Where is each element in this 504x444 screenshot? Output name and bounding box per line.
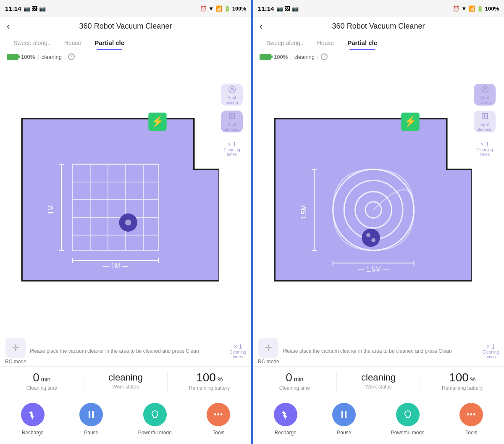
right-screen: ‹ 360 Robot Vacuum Cleaner Sweep along..…	[253, 17, 504, 444]
left-side-controls: ◎ Spotsweep ⊞ Spotcleaning × 1 Cleaningt…	[219, 67, 244, 333]
right-time-value: 0	[286, 371, 292, 384]
right-tab-partial[interactable]: Partial cle	[341, 36, 384, 50]
svg-point-29	[362, 229, 380, 247]
right-recharge-icon	[274, 403, 297, 426]
left-header: ‹ 360 Robot Vacuum Cleaner	[0, 17, 251, 36]
left-spot-cleaning-btn[interactable]: ⊞ Spotcleaning	[221, 111, 243, 132]
left-pause-icon	[79, 403, 103, 426]
svg-point-31	[371, 238, 375, 243]
right-stat-status: cleaning Work status	[337, 372, 421, 391]
right-rc-button[interactable]: ✛	[258, 338, 278, 358]
svg-rect-22	[92, 411, 94, 418]
left-cleaning-times-wrap: × 1 Cleaningtimes	[230, 343, 246, 359]
left-count-area: × 1 Cleaningtimes	[223, 141, 240, 157]
left-spot-cleaning-label: Spotcleaning	[224, 122, 239, 132]
left-stats: 0 min Cleaning time cleaning Work status…	[0, 366, 251, 396]
right-tabs: Sweep along.. House Partial cle	[253, 36, 504, 50]
right-powerful-label: Powerful mode	[391, 430, 425, 436]
right-battery-icon	[260, 54, 271, 60]
left-battery-status: 100% | cleaning |	[0, 50, 251, 63]
left-time-value: 0	[33, 371, 39, 384]
svg-text:1M: 1M	[47, 205, 55, 214]
right-cleaning-status: cleaning	[294, 54, 315, 60]
svg-text:— 1M —: — 1M —	[102, 262, 129, 270]
left-title: 360 Robot Vacuum Cleaner	[79, 22, 172, 31]
left-times-count: × 1	[234, 343, 242, 350]
left-battery-value: 100	[196, 371, 216, 384]
left-recharge-btn[interactable]: Recharge	[21, 403, 45, 436]
right-powerful-icon	[396, 403, 420, 426]
left-tools-icon: •••	[207, 403, 230, 426]
right-back-button[interactable]: ‹	[260, 21, 262, 32]
left-spiral-icon: ◎	[228, 84, 236, 95]
left-spot-sweep-btn[interactable]: ◎ Spotsweep	[221, 84, 243, 106]
right-status-label: Work status	[365, 384, 391, 390]
left-clock-icon	[68, 53, 75, 60]
left-status-label: Work status	[112, 384, 139, 390]
right-spot-cleaning-btn[interactable]: ⊞ Spotcleaning	[474, 111, 496, 132]
right-battery-percent: 100%	[274, 54, 288, 60]
left-tab-sweep[interactable]: Sweep along..	[7, 36, 58, 50]
left-count: × 1	[223, 141, 240, 148]
left-rc-button[interactable]: ✛	[5, 338, 26, 358]
left-pause-btn[interactable]: Pause	[79, 403, 103, 436]
right-tools-btn[interactable]: ••• Tools	[459, 403, 483, 436]
right-time-unit: min	[292, 376, 303, 383]
right-tools-icon: •••	[459, 403, 483, 426]
left-spot-sweep-label: Spotsweep	[226, 95, 238, 106]
left-stat-time: 0 min Cleaning time	[0, 372, 84, 391]
right-instruction: Please place the vacuum cleaner in the a…	[283, 348, 479, 355]
svg-point-30	[366, 233, 370, 238]
svg-rect-21	[89, 411, 90, 418]
left-tab-partial[interactable]: Partial cle	[88, 36, 131, 50]
left-time-label: Cleaning time	[26, 385, 57, 391]
svg-point-12	[125, 219, 131, 225]
right-spot-sweep-btn[interactable]: ◎ Spotsweep	[474, 84, 496, 106]
left-status-value: cleaning	[108, 372, 143, 383]
right-bottom-map-bar: ✛ RC mode Please place the vacuum cleane…	[253, 336, 504, 366]
status-bar-left: 11:14 📷 🖼 📷 ⏰ ▼ 📶 🔋 100%	[0, 0, 251, 17]
battery-status-right: 🔋 100%	[477, 5, 499, 12]
alarm-icon-right: ⏰	[453, 5, 459, 12]
left-battery-icon	[7, 54, 18, 60]
right-tools-label: Tools	[465, 430, 477, 436]
svg-rect-41	[345, 411, 346, 418]
left-tab-house[interactable]: House	[58, 36, 88, 50]
right-powerful-btn[interactable]: Powerful mode	[391, 403, 425, 436]
right-pause-btn[interactable]: Pause	[332, 403, 356, 436]
right-pause-label: Pause	[337, 430, 351, 436]
left-battery-percent: 100%	[21, 54, 35, 60]
svg-text:1.5M: 1.5M	[300, 205, 307, 220]
right-recharge-label: Recharge	[275, 430, 297, 436]
wifi-icon-right: ▼	[461, 5, 467, 12]
right-map-container: ⚡ 1.5M	[253, 63, 504, 336]
right-times-count: × 1	[486, 343, 495, 350]
right-rc-wrap: ✛ RC mode	[258, 338, 279, 365]
svg-text:⚡: ⚡	[151, 115, 164, 127]
left-powerful-icon	[143, 403, 167, 426]
left-tools-btn[interactable]: ••• Tools	[207, 403, 230, 436]
left-rc-wrap: ✛ RC mode	[5, 338, 26, 365]
status-bar-right: 11:14 📷 🖼 📷 ⏰ ▼ 📶 🔋 100%	[253, 0, 504, 17]
left-battery-label: Remaining battery	[189, 385, 230, 391]
right-battery-label: Remaining battery	[442, 385, 483, 391]
left-powerful-btn[interactable]: Powerful mode	[138, 403, 172, 436]
right-recharge-btn[interactable]: Recharge	[274, 403, 297, 436]
svg-text:⚡: ⚡	[404, 115, 417, 127]
right-stats: 0 min Cleaning time cleaning Work status…	[253, 366, 504, 396]
left-powerful-label: Powerful mode	[138, 430, 172, 436]
left-cleaning-times-label: Cleaningtimes	[223, 148, 240, 157]
left-recharge-icon	[21, 403, 45, 426]
right-status-value: cleaning	[361, 372, 396, 383]
right-stat-time: 0 min Cleaning time	[253, 372, 337, 391]
right-header: ‹ 360 Robot Vacuum Cleaner	[253, 17, 504, 36]
right-battery-status: 100% | cleaning |	[253, 50, 504, 63]
left-pause-label: Pause	[84, 430, 98, 436]
status-icons-right: 📷 🖼 📷	[276, 5, 298, 12]
left-back-button[interactable]: ‹	[7, 21, 10, 32]
right-tab-house[interactable]: House	[310, 36, 341, 50]
right-spot-cleaning-label: Spotcleaning	[477, 122, 492, 132]
right-pause-icon	[332, 403, 356, 426]
right-tab-sweep[interactable]: Sweep along..	[260, 36, 310, 50]
left-stat-status: cleaning Work status	[84, 372, 168, 391]
